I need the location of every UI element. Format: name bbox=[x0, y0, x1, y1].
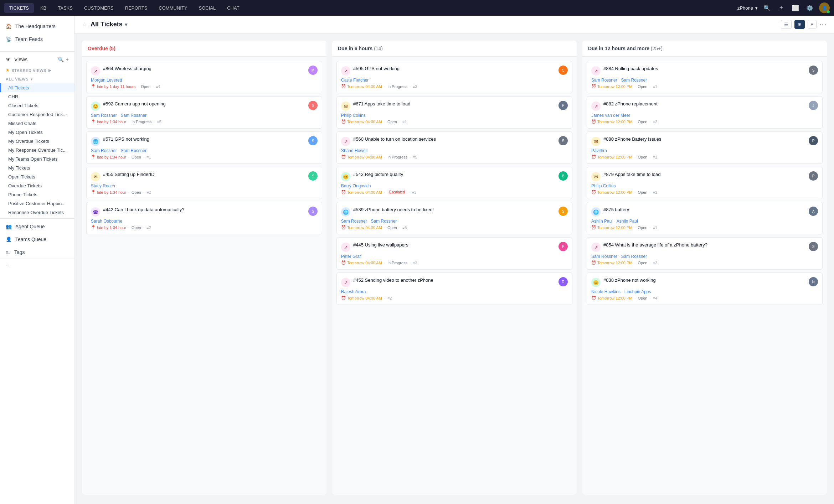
ticket-card-442[interactable]: ☎ #442 Can I back up data automatically?… bbox=[86, 202, 322, 234]
more-options-button[interactable]: ··· bbox=[819, 21, 827, 28]
brand-selector[interactable]: zPhone ▾ bbox=[737, 5, 758, 11]
nav-item-tasks[interactable]: TASKS bbox=[53, 3, 78, 13]
ticket-card-671[interactable]: ✉ #671 Apps take time to load P Philip C… bbox=[336, 96, 572, 129]
agent-link[interactable]: Sam Rossner bbox=[341, 219, 367, 224]
ticket-reply-count: ≡5 bbox=[157, 120, 161, 124]
agent-link[interactable]: Sam Rossner bbox=[120, 148, 146, 153]
sidebar-nav-item-3[interactable]: Customer Responded Tick... bbox=[0, 110, 74, 119]
agent-link[interactable]: Sam Rossner bbox=[371, 219, 397, 224]
list-view-button[interactable]: ☰ bbox=[781, 20, 792, 29]
add-button[interactable]: + bbox=[776, 3, 786, 13]
ticket-card-838[interactable]: 😊 #838 zPhone not working N Nicole Hawki… bbox=[587, 272, 823, 305]
view-options-dropdown[interactable]: ▾ bbox=[808, 20, 817, 29]
ticket-title: #442 Can I back up data automatically? bbox=[103, 207, 305, 213]
ticket-card-455[interactable]: ✉ #455 Setting up FinderID S Stacy Roach… bbox=[86, 167, 322, 199]
sidebar-nav-item-8[interactable]: My Teams Open Tickets bbox=[0, 155, 74, 163]
ticket-meta: ⏰Tomorrow 04:00 AM·Open · ≡1 bbox=[341, 119, 568, 124]
ticket-card-879[interactable]: ✉ #879 Apps take time to load P Philip C… bbox=[587, 167, 823, 199]
views-section-header[interactable]: 👁 Views 🔍 + bbox=[0, 53, 74, 66]
agent-link[interactable]: Sam Rossner bbox=[91, 113, 117, 118]
ticket-meta: 📍late by 1:34 hour·Open · ≡1 bbox=[91, 155, 318, 159]
agent-link[interactable]: Nicole Hawkins bbox=[591, 289, 621, 294]
ticket-card-880[interactable]: ✉ #880 zPhone Battery Issues P Pavithra … bbox=[587, 131, 823, 164]
agent-link[interactable]: Peter Graf bbox=[341, 254, 361, 259]
nav-item-chat[interactable]: CHAT bbox=[222, 3, 244, 13]
agent-link[interactable]: Ashlin Paul bbox=[617, 219, 638, 224]
team-feeds-label: Team Feeds bbox=[15, 36, 43, 42]
ticket-card-452[interactable]: ↗ #452 Sending video to another zPhone R… bbox=[336, 272, 572, 305]
nav-item-community[interactable]: COMMUNITY bbox=[154, 3, 192, 13]
sidebar-nav-item-5[interactable]: My Open Tickets bbox=[0, 128, 74, 137]
star-favorite-icon[interactable]: ☆ bbox=[82, 21, 87, 28]
agent-link[interactable]: Morgan Leverett bbox=[91, 78, 122, 83]
sidebar-nav-item-12[interactable]: Phone Tickets bbox=[0, 190, 74, 199]
sidebar-item-teams-queue[interactable]: 👤 Teams Queue bbox=[0, 233, 74, 246]
ticket-card-884[interactable]: ↗ #884 Rolling back updates S Sam Rossne… bbox=[587, 61, 823, 93]
views-search-icon[interactable]: 🔍 bbox=[58, 57, 64, 62]
sidebar-nav-item-14[interactable]: Response Overdue Tickets bbox=[0, 208, 74, 217]
agent-link[interactable]: Sam Rossner bbox=[591, 254, 617, 259]
agent-link[interactable]: Shane Howell bbox=[341, 148, 367, 153]
nav-item-social[interactable]: SOCIAL bbox=[194, 3, 221, 13]
sidebar-nav-item-10[interactable]: Open Tickets bbox=[0, 172, 74, 181]
ticket-card-875[interactable]: 🌐 #875 battery A Ashlin Paul·Ashlin Paul… bbox=[587, 202, 823, 234]
sidebar-item-agent-queue[interactable]: 👥 Agent Queue bbox=[0, 220, 74, 233]
nav-item-tickets[interactable]: TICKETS bbox=[4, 3, 34, 13]
agent-link[interactable]: Ashlin Paul bbox=[591, 219, 613, 224]
agent-link[interactable]: Sam Rossner bbox=[621, 254, 647, 259]
agent-link[interactable]: Sarah Osbourne bbox=[91, 219, 122, 224]
agent-link[interactable]: James van der Meer bbox=[591, 113, 630, 118]
sidebar-nav-item-0[interactable]: All Tickets bbox=[0, 83, 74, 92]
ticket-reply-count: ≡1 bbox=[402, 120, 407, 124]
nav-item-kb[interactable]: KB bbox=[35, 3, 51, 13]
ticket-agents: Rajesh Arora bbox=[341, 289, 568, 294]
agent-link[interactable]: Sam Rossner bbox=[91, 148, 117, 153]
search-button[interactable]: 🔍 bbox=[762, 3, 772, 13]
page-title[interactable]: All Tickets ▾ bbox=[91, 21, 127, 28]
agent-link[interactable]: Philip Collins bbox=[591, 183, 616, 188]
sidebar-item-headquarters[interactable]: 🏠 The Headquarters bbox=[0, 20, 74, 33]
agent-link[interactable]: Stacy Roach bbox=[91, 183, 115, 188]
ticket-card-592[interactable]: 😊 #592 Camera app not opening S Sam Ross… bbox=[86, 96, 322, 129]
views-add-icon[interactable]: + bbox=[66, 57, 69, 62]
agent-link[interactable]: Philip Collins bbox=[341, 113, 366, 118]
sidebar-nav-item-7[interactable]: My Response Overdue Tic... bbox=[0, 146, 74, 155]
notifications-button[interactable]: ⬜ bbox=[791, 3, 800, 13]
sidebar-nav-item-6[interactable]: My Overdue Tickets bbox=[0, 137, 74, 146]
ticket-card-571[interactable]: 🌐 #571 GPS not working S Sam Rossner·Sam… bbox=[86, 131, 322, 164]
ticket-card-543[interactable]: 😊 #543 Reg picture quality B Barry Zingo… bbox=[336, 167, 572, 199]
sidebar-nav-item-13[interactable]: Positive Customer Happin... bbox=[0, 199, 74, 208]
ticket-card-882[interactable]: ↗ #882 zPhone replacement J James van de… bbox=[587, 96, 823, 129]
sidebar-nav-item-9[interactable]: My Tickets bbox=[0, 163, 74, 172]
nav-item-reports[interactable]: REPORTS bbox=[120, 3, 153, 13]
agent-link[interactable]: Barry Zingovich bbox=[341, 183, 371, 188]
settings-button[interactable]: ⚙️ bbox=[805, 3, 815, 13]
sidebar-item-tags[interactable]: 🏷 Tags bbox=[0, 246, 74, 259]
agent-link[interactable]: Pavithra bbox=[591, 148, 607, 153]
grid-view-button[interactable]: ⊞ bbox=[794, 20, 805, 29]
agent-link[interactable]: Sam Rossner bbox=[120, 113, 146, 118]
sidebar-nav-item-2[interactable]: Closed Tickets bbox=[0, 101, 74, 110]
sidebar-item-team-feeds[interactable]: 📡 Team Feeds bbox=[0, 33, 74, 46]
sidebar-nav-item-11[interactable]: Overdue Tickets bbox=[0, 181, 74, 190]
ticket-card-595[interactable]: ↗ #595 GPS not working C Casie Fletcher … bbox=[336, 61, 572, 93]
sidebar-nav-item-1[interactable]: CHR bbox=[0, 92, 74, 101]
ticket-meta: 📍late by 1:34 hour·Open · ≡2 bbox=[91, 225, 318, 230]
ticket-card-864[interactable]: ↗ #864 Wireless charging M Morgan Levere… bbox=[86, 61, 322, 93]
sidebar-collapse-button[interactable]: ← bbox=[0, 259, 74, 271]
ticket-assignee-avatar: C bbox=[558, 66, 568, 75]
ticket-card-854[interactable]: ↗ #854 What is the average life of a zPh… bbox=[587, 237, 823, 270]
agent-link[interactable]: Casie Fletcher bbox=[341, 78, 369, 83]
agent-link[interactable]: Sam Rossner bbox=[621, 78, 647, 83]
user-avatar[interactable]: 👤 bbox=[819, 2, 830, 13]
agent-link[interactable]: Sam Rossner bbox=[591, 78, 617, 83]
nav-item-customers[interactable]: CUSTOMERS bbox=[79, 3, 119, 13]
agent-link[interactable]: Linchpin Apps bbox=[624, 289, 651, 294]
ticket-status: Open bbox=[638, 261, 648, 265]
main-content: ☆ All Tickets ▾ ☰ ⊞ ▾ ··· Overdue (5) ↗ … bbox=[75, 16, 834, 504]
sidebar-nav-item-4[interactable]: Missed Chats bbox=[0, 119, 74, 128]
ticket-card-560[interactable]: ↗ #560 Unable to turn on location servic… bbox=[336, 131, 572, 164]
ticket-card-445[interactable]: ↗ #445 Using live wallpapers P Peter Gra… bbox=[336, 237, 572, 270]
ticket-card-539[interactable]: 🌐 #539 zPhone battery needs to be fixed!… bbox=[336, 202, 572, 234]
agent-link[interactable]: Rajesh Arora bbox=[341, 289, 366, 294]
